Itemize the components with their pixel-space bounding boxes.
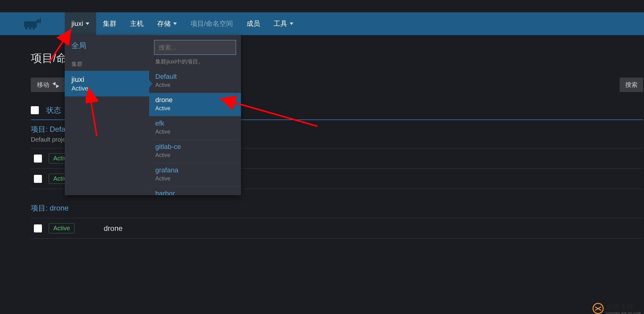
dropdown-project-name: gitlab-ce	[155, 143, 235, 151]
dropdown-project-status: Active	[155, 175, 235, 182]
dropdown-project-panel: 集群jiuxi中的项目。 DefaultActivedroneActiveefk…	[149, 35, 241, 195]
nav-storage[interactable]: 存储	[150, 12, 184, 35]
dropdown-project-item[interactable]: DefaultActive	[149, 70, 241, 93]
cluster-dropdown: 全局 集群 jiuxi Active 集群jiuxi中的项目。 DefaultA…	[65, 35, 241, 195]
svg-rect-3	[29, 27, 31, 30]
row-checkbox[interactable]	[34, 175, 42, 183]
nav-hosts[interactable]: 主机	[123, 12, 150, 35]
nav-members[interactable]: 成员	[240, 12, 267, 35]
column-state[interactable]: 状态	[46, 105, 61, 115]
dropdown-project-status: Active	[155, 129, 235, 135]
nav-storage-label: 存储	[157, 19, 171, 28]
dropdown-cluster-status: Active	[71, 85, 142, 92]
status-badge: Active	[49, 223, 75, 233]
table-row[interactable]: Active drone	[31, 218, 643, 238]
dropdown-cluster-item[interactable]: jiuxi Active	[65, 71, 149, 96]
watermark-sub: CHUANG XIN HU LIAN	[606, 312, 641, 314]
watermark-icon	[593, 303, 604, 314]
nav-projects-namespaces[interactable]: 项目/命名空间	[184, 12, 240, 35]
chevron-down-icon	[290, 22, 293, 25]
logo[interactable]	[0, 18, 65, 30]
swap-icon	[52, 82, 59, 88]
dropdown-project-name: Default	[155, 73, 235, 81]
dropdown-project-name: efk	[155, 119, 235, 127]
dropdown-search-input[interactable]	[154, 40, 236, 55]
watermark-brand: 创新互联	[606, 302, 641, 312]
dropdown-project-item[interactable]: grafanaActive	[149, 163, 241, 187]
move-button-label: 移动	[37, 81, 49, 89]
top-navbar: jiuxi 集群 主机 存储 项目/命名空间 成员 工具	[0, 12, 644, 35]
svg-rect-4	[33, 27, 35, 30]
svg-rect-5	[40, 18, 41, 20]
row-checkbox[interactable]	[34, 224, 42, 232]
watermark: 创新互联 CHUANG XIN HU LIAN	[593, 302, 641, 314]
dropdown-project-item[interactable]: harborActive	[149, 187, 241, 195]
move-button[interactable]: 移动	[31, 78, 65, 92]
dropdown-project-name: drone	[155, 96, 235, 104]
dropdown-project-status: Active	[155, 105, 235, 112]
dropdown-global[interactable]: 全局	[65, 35, 149, 58]
dropdown-project-status: Active	[155, 82, 235, 88]
dropdown-project-status: Active	[155, 152, 235, 159]
nav-tools-label: 工具	[274, 19, 287, 28]
dropdown-cluster-name: jiuxi	[71, 75, 142, 84]
cluster-selector-label: jiuxi	[71, 20, 83, 28]
chevron-down-icon	[86, 22, 89, 25]
dropdown-project-item[interactable]: gitlab-ceActive	[149, 140, 241, 163]
project-group-title: 项目: drone	[31, 203, 643, 213]
dropdown-project-item[interactable]: droneActive	[149, 93, 241, 116]
dropdown-hint: 集群jiuxi中的项目。	[149, 58, 241, 70]
chevron-down-icon	[173, 22, 177, 25]
rancher-logo-icon	[22, 18, 43, 30]
dropdown-project-name: harbor	[155, 190, 235, 195]
project-group-header[interactable]: 项目: drone	[31, 199, 643, 218]
svg-point-6	[39, 21, 40, 22]
svg-rect-0	[24, 21, 37, 27]
svg-rect-2	[25, 27, 27, 30]
header-checkbox[interactable]	[31, 106, 39, 114]
row-checkbox[interactable]	[34, 155, 42, 163]
dropdown-project-item[interactable]: efkActive	[149, 116, 241, 140]
nav-cluster[interactable]: 集群	[96, 12, 123, 35]
search-button[interactable]: 搜索	[620, 78, 643, 92]
svg-rect-1	[36, 20, 41, 23]
dropdown-section-cluster: 集群	[65, 58, 149, 71]
cluster-selector[interactable]: jiuxi	[65, 12, 96, 35]
row-name: drone	[104, 224, 122, 233]
nav-tools[interactable]: 工具	[267, 12, 300, 35]
dropdown-project-name: grafana	[155, 166, 235, 174]
